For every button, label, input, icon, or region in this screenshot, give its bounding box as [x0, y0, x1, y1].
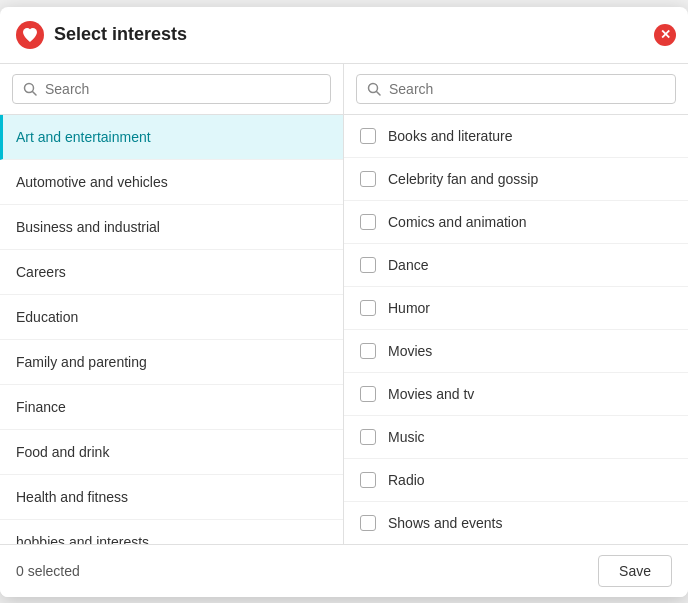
category-item[interactable]: Education — [0, 295, 343, 340]
subcategory-label: Comics and animation — [388, 214, 527, 230]
subcategory-item[interactable]: Movies — [344, 330, 688, 373]
subcategory-item[interactable]: Humor — [344, 287, 688, 330]
subcategory-checkbox[interactable] — [360, 257, 376, 273]
subcategory-label: Humor — [388, 300, 430, 316]
subcategory-item[interactable]: Music — [344, 416, 688, 459]
category-item[interactable]: Family and parenting — [0, 340, 343, 385]
modal-footer: 0 selected Save — [0, 544, 688, 597]
category-item[interactable]: hobbies and interests — [0, 520, 343, 544]
close-button[interactable]: ✕ — [654, 24, 676, 46]
subcategory-label: Music — [388, 429, 425, 445]
subcategory-checkbox[interactable] — [360, 214, 376, 230]
subcategory-item[interactable]: Radio — [344, 459, 688, 502]
subcategory-list: Books and literatureCelebrity fan and go… — [344, 115, 688, 544]
category-item[interactable]: Health and fitness — [0, 475, 343, 520]
modal-title: Select interests — [54, 24, 187, 45]
svg-line-4 — [377, 91, 381, 95]
subcategory-item[interactable]: Shows and events — [344, 502, 688, 544]
right-search-input[interactable] — [389, 81, 665, 97]
subcategory-item[interactable]: Celebrity fan and gossip — [344, 158, 688, 201]
subcategory-label: Books and literature — [388, 128, 513, 144]
subcategory-label: Celebrity fan and gossip — [388, 171, 538, 187]
left-search-icon — [23, 82, 37, 96]
subcategory-label: Movies and tv — [388, 386, 474, 402]
subcategory-checkbox[interactable] — [360, 300, 376, 316]
subcategory-checkbox[interactable] — [360, 472, 376, 488]
subcategory-label: Radio — [388, 472, 425, 488]
category-list: Art and entertainmentAutomotive and vehi… — [0, 115, 343, 544]
right-search-wrap — [356, 74, 676, 104]
subcategory-item[interactable]: Dance — [344, 244, 688, 287]
left-search-input[interactable] — [45, 81, 320, 97]
save-button[interactable]: Save — [598, 555, 672, 587]
right-panel: Books and literatureCelebrity fan and go… — [344, 64, 688, 544]
left-panel: Art and entertainmentAutomotive and vehi… — [0, 64, 344, 544]
category-item[interactable]: Automotive and vehicles — [0, 160, 343, 205]
svg-line-2 — [33, 91, 37, 95]
subcategory-label: Movies — [388, 343, 432, 359]
subcategory-checkbox[interactable] — [360, 171, 376, 187]
category-item[interactable]: Food and drink — [0, 430, 343, 475]
category-item[interactable]: Finance — [0, 385, 343, 430]
modal-header: Select interests ✕ — [0, 7, 688, 64]
category-item[interactable]: Art and entertainment — [0, 115, 343, 160]
app-logo — [16, 21, 44, 49]
subcategory-item[interactable]: Books and literature — [344, 115, 688, 158]
selected-count: 0 selected — [16, 563, 80, 579]
subcategory-checkbox[interactable] — [360, 343, 376, 359]
category-item[interactable]: Business and industrial — [0, 205, 343, 250]
subcategory-checkbox[interactable] — [360, 128, 376, 144]
category-item[interactable]: Careers — [0, 250, 343, 295]
select-interests-modal: Select interests ✕ Art and entertainment… — [0, 7, 688, 597]
right-search-box — [344, 64, 688, 115]
subcategory-checkbox[interactable] — [360, 429, 376, 445]
subcategory-checkbox[interactable] — [360, 515, 376, 531]
subcategory-item[interactable]: Comics and animation — [344, 201, 688, 244]
subcategory-label: Dance — [388, 257, 428, 273]
left-search-box — [0, 64, 343, 115]
modal-body: Art and entertainmentAutomotive and vehi… — [0, 64, 688, 544]
right-search-icon — [367, 82, 381, 96]
subcategory-label: Shows and events — [388, 515, 502, 531]
left-search-wrap — [12, 74, 331, 104]
subcategory-checkbox[interactable] — [360, 386, 376, 402]
subcategory-item[interactable]: Movies and tv — [344, 373, 688, 416]
